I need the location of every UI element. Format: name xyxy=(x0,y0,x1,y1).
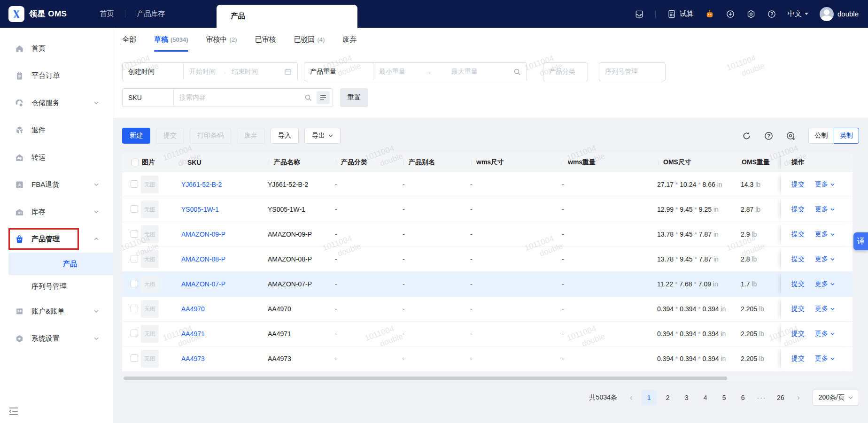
refresh-icon[interactable] xyxy=(742,131,751,140)
row-checkbox[interactable] xyxy=(131,180,138,188)
more-actions-link[interactable]: 更多 xyxy=(815,354,835,363)
metric-toggle-button[interactable]: 公制 xyxy=(808,128,834,144)
language-selector[interactable]: 中文 xyxy=(788,9,808,18)
translate-float-button[interactable]: 译 xyxy=(853,232,868,250)
submit-row-link[interactable]: 提交 xyxy=(791,230,805,238)
sidebar-item-inventory[interactable]: 库存 xyxy=(0,198,113,225)
row-checkbox[interactable] xyxy=(131,305,138,312)
more-actions-link[interactable]: 更多 xyxy=(815,280,835,288)
sku-link[interactable]: AA4973 xyxy=(181,355,268,362)
sidebar-item-product-management[interactable]: 产品管理 xyxy=(0,225,113,253)
help-circle-icon[interactable] xyxy=(764,131,773,140)
weight-field-select[interactable]: 产品重量 xyxy=(304,63,373,81)
export-button[interactable]: 导出 xyxy=(304,128,341,144)
page-size-select[interactable]: 200条/页 xyxy=(813,390,859,406)
date-range-input[interactable]: 开始时间 → 结束时间 xyxy=(184,63,297,81)
download-circle-icon[interactable] xyxy=(726,9,735,19)
discard-button[interactable]: 废弃 xyxy=(237,128,265,144)
column-settings-icon[interactable] xyxy=(786,131,795,140)
sidebar-subitem-serial-management[interactable]: 序列号管理 xyxy=(0,275,113,298)
print-barcode-button[interactable]: 打印条码 xyxy=(190,128,231,144)
sidebar-item-warehouse-services[interactable]: 仓储服务 xyxy=(0,89,113,116)
date-field-select[interactable]: 创建时间 xyxy=(123,63,183,81)
more-actions-link[interactable]: 更多 xyxy=(815,180,835,189)
category-select[interactable]: 产品分类 xyxy=(543,63,588,81)
submit-button[interactable]: 提交 xyxy=(156,128,184,144)
status-tab-draft[interactable]: 草稿(5034) xyxy=(154,28,188,52)
submit-row-link[interactable]: 提交 xyxy=(791,205,805,214)
search-input[interactable]: 搜索内容 xyxy=(174,89,333,107)
page-number-3[interactable]: 3 xyxy=(679,390,694,405)
page-number-6[interactable]: 6 xyxy=(736,390,751,405)
user-menu[interactable]: double xyxy=(820,7,859,21)
submit-row-link[interactable]: 提交 xyxy=(791,330,805,338)
page-number-5[interactable]: 5 xyxy=(717,390,732,405)
inbox-icon[interactable] xyxy=(635,9,644,19)
settings-hexagon-icon[interactable] xyxy=(746,9,756,19)
page-number-26[interactable]: 26 xyxy=(773,390,788,405)
status-tab-discarded[interactable]: 废弃 xyxy=(342,28,356,52)
sidebar-item-returns[interactable]: 退件 xyxy=(0,116,113,144)
status-tab-reviewing[interactable]: 审核中(2) xyxy=(206,28,237,52)
more-actions-link[interactable]: 更多 xyxy=(815,305,835,313)
more-actions-link[interactable]: 更多 xyxy=(815,205,835,214)
sidebar-item-platform-orders[interactable]: 平台订单 xyxy=(0,62,113,89)
imperial-toggle-button[interactable]: 英制 xyxy=(834,128,859,144)
sidebar-item-accounts-billing[interactable]: $ 账户&账单 xyxy=(0,298,113,325)
sku-link[interactable]: YJ661-52-B-2 xyxy=(181,181,268,188)
topnav-item-home[interactable]: 首页 xyxy=(93,9,120,18)
next-page-button[interactable]: › xyxy=(792,390,805,405)
sidebar-item-system-settings[interactable]: 系统设置 xyxy=(0,325,113,352)
topnav-tab-product-active[interactable]: 产品 xyxy=(217,5,357,28)
sidebar-item-home[interactable]: 首页 xyxy=(0,35,113,62)
submit-row-link[interactable]: 提交 xyxy=(791,280,805,288)
row-checkbox[interactable] xyxy=(131,330,138,337)
row-checkbox[interactable] xyxy=(131,280,138,287)
submit-row-link[interactable]: 提交 xyxy=(791,180,805,189)
page-number-4[interactable]: 4 xyxy=(698,390,713,405)
sku-link[interactable]: YS005-1W-1 xyxy=(181,206,268,213)
sidebar-item-transfer[interactable]: 转运 xyxy=(0,144,113,171)
status-tab-rejected[interactable]: 已驳回(4) xyxy=(294,28,325,52)
submit-row-link[interactable]: 提交 xyxy=(791,255,805,263)
sidebar-subitem-product[interactable]: 产品 xyxy=(8,253,113,275)
row-checkbox[interactable] xyxy=(131,205,138,213)
trial-calc-button[interactable]: 试算 xyxy=(667,9,694,19)
sidebar-item-fba-returns[interactable]: a FBA退货 xyxy=(0,171,113,198)
sku-link[interactable]: AA4970 xyxy=(181,305,268,313)
page-number-2[interactable]: 2 xyxy=(660,390,675,405)
topnav-item-product-inventory[interactable]: 产品库存 xyxy=(130,9,171,18)
submit-row-link[interactable]: 提交 xyxy=(791,305,805,313)
import-button[interactable]: 导入 xyxy=(271,128,299,144)
search-icon[interactable] xyxy=(304,94,312,101)
scrollbar-thumb[interactable] xyxy=(124,377,727,380)
serial-select[interactable]: 序列号管理 xyxy=(599,63,665,81)
more-actions-link[interactable]: 更多 xyxy=(815,230,835,238)
status-tab-all[interactable]: 全部 xyxy=(122,28,136,52)
more-actions-link[interactable]: 更多 xyxy=(815,255,835,263)
page-number-1[interactable]: 1 xyxy=(642,390,657,405)
row-checkbox[interactable] xyxy=(131,255,138,262)
batch-search-button[interactable] xyxy=(317,91,330,104)
row-checkbox[interactable] xyxy=(131,230,138,238)
horizontal-scrollbar[interactable] xyxy=(122,376,852,381)
search-field-select[interactable]: SKU xyxy=(123,89,173,107)
search-filter-group: SKU 搜索内容 xyxy=(122,88,333,107)
sku-link[interactable]: AMAZON-08-P xyxy=(181,255,268,263)
help-circle-icon[interactable] xyxy=(767,9,776,19)
sku-link[interactable]: AMAZON-07-P xyxy=(181,280,268,288)
row-actions: 提交更多 xyxy=(781,197,852,222)
robot-assistant-icon[interactable] xyxy=(705,9,714,19)
weight-range-input[interactable]: 最小重量 → 最大重量 xyxy=(373,63,527,81)
prev-page-button[interactable]: ‹ xyxy=(625,390,638,405)
sku-link[interactable]: AA4971 xyxy=(181,330,268,338)
reset-button[interactable]: 重置 xyxy=(340,88,368,107)
select-all-checkbox[interactable] xyxy=(132,159,139,166)
sku-link[interactable]: AMAZON-09-P xyxy=(181,231,268,238)
more-actions-link[interactable]: 更多 xyxy=(815,330,835,338)
sidebar-collapse-icon[interactable] xyxy=(8,407,19,415)
submit-row-link[interactable]: 提交 xyxy=(791,354,805,363)
status-tab-reviewed[interactable]: 已审核 xyxy=(255,28,276,52)
new-button[interactable]: 新建 xyxy=(122,128,150,144)
row-checkbox[interactable] xyxy=(131,354,138,362)
